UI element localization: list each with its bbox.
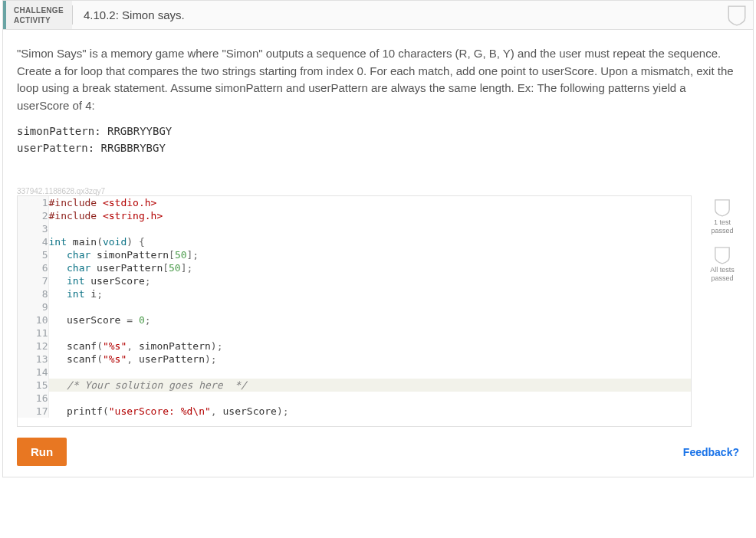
test-badges-sidebar: 1 test passed All tests passed — [705, 195, 739, 427]
challenge-activity-panel: CHALLENGE ACTIVITY 4.10.2: Simon says. "… — [2, 0, 754, 477]
gutter: 6 — [18, 261, 48, 274]
progress-shield — [721, 1, 753, 29]
gutter: 4 — [18, 235, 48, 248]
code-line[interactable]: 8 int i; — [18, 287, 691, 300]
shield-icon — [714, 246, 731, 264]
code-cell[interactable]: scanf("%s", userPattern); — [48, 353, 691, 366]
gutter: 2 — [18, 209, 48, 222]
code-cell[interactable]: int i; — [48, 287, 691, 300]
code-cell[interactable]: userScore = 0; — [48, 313, 691, 326]
code-line[interactable]: 9 — [18, 300, 691, 313]
code-line[interactable]: 14 — [18, 366, 691, 379]
gutter: 11 — [18, 326, 48, 340]
gutter: 7 — [18, 274, 48, 287]
example-patterns: simonPattern: RRGBRYYBGY userPattern: RR… — [3, 117, 753, 187]
gutter: 9 — [18, 300, 48, 313]
gutter: 10 — [18, 313, 48, 326]
code-cell[interactable]: int main(void) { — [48, 235, 691, 248]
gutter: 14 — [18, 366, 48, 379]
code-editor[interactable]: 1#include <stdio.h>2#include <string.h>3… — [17, 195, 692, 427]
badge-all-tests: All tests passed — [705, 246, 739, 283]
gutter: 3 — [18, 222, 48, 235]
badge-one-test: 1 test passed — [705, 198, 739, 235]
code-line[interactable]: 15 /* Your solution goes here */ — [18, 379, 691, 392]
footer: Run Feedback? — [3, 427, 753, 477]
code-cell[interactable]: #include <stdio.h> — [48, 196, 691, 209]
gutter: 16 — [18, 392, 48, 405]
hash-id: 337942.1188628.qx3zqy7 — [3, 187, 753, 195]
code-line[interactable]: 17 printf("userScore: %d\n", userScore); — [18, 405, 691, 418]
code-line[interactable]: 11 — [18, 326, 691, 340]
gutter: 5 — [18, 248, 48, 261]
code-table: 1#include <stdio.h>2#include <string.h>3… — [18, 196, 691, 418]
code-editor-scroll[interactable]: 1#include <stdio.h>2#include <string.h>3… — [18, 196, 691, 426]
code-line[interactable]: 13 scanf("%s", userPattern); — [18, 353, 691, 366]
code-cell[interactable]: char simonPattern[50]; — [48, 248, 691, 261]
code-line[interactable]: 1#include <stdio.h> — [18, 196, 691, 209]
gutter: 1 — [18, 196, 48, 209]
code-cell[interactable] — [48, 366, 691, 379]
code-line[interactable]: 12 scanf("%s", simonPattern); — [18, 340, 691, 353]
code-cell[interactable] — [48, 300, 691, 313]
editor-row: 1#include <stdio.h>2#include <string.h>3… — [3, 195, 753, 427]
challenge-tag-line2: ACTIVITY — [14, 15, 64, 25]
code-cell[interactable]: printf("userScore: %d\n", userScore); — [48, 405, 691, 418]
code-line[interactable]: 10 userScore = 0; — [18, 313, 691, 326]
code-line[interactable]: 5 char simonPattern[50]; — [18, 248, 691, 261]
code-line[interactable]: 6 char userPattern[50]; — [18, 261, 691, 274]
run-button[interactable]: Run — [17, 438, 67, 466]
badge-label: All tests passed — [705, 266, 739, 283]
shield-icon — [727, 5, 747, 26]
challenge-tag: CHALLENGE ACTIVITY — [3, 1, 72, 29]
feedback-link[interactable]: Feedback? — [683, 446, 739, 458]
gutter: 15 — [18, 379, 48, 392]
code-line[interactable]: 16 — [18, 392, 691, 405]
gutter: 17 — [18, 405, 48, 418]
pattern-line-2: userPattern: RRGBBRYBGY — [17, 140, 739, 157]
pattern-line-1: simonPattern: RRGBRYYBGY — [17, 123, 739, 140]
badge-label: 1 test passed — [705, 218, 739, 235]
code-cell[interactable] — [48, 392, 691, 405]
code-cell[interactable]: #include <string.h> — [48, 209, 691, 222]
page-title: 4.10.2: Simon says. — [73, 1, 196, 29]
challenge-tag-line1: CHALLENGE — [14, 5, 64, 15]
code-cell[interactable]: char userPattern[50]; — [48, 261, 691, 274]
shield-icon — [714, 198, 731, 217]
code-cell[interactable]: scanf("%s", simonPattern); — [48, 340, 691, 353]
gutter: 8 — [18, 287, 48, 300]
code-cell[interactable] — [48, 222, 691, 235]
code-cell[interactable] — [48, 326, 691, 340]
code-line[interactable]: 3 — [18, 222, 691, 235]
problem-description: "Simon Says" is a memory game where "Sim… — [3, 30, 753, 117]
gutter: 12 — [18, 340, 48, 353]
code-cell[interactable]: /* Your solution goes here */ — [48, 379, 691, 392]
code-cell[interactable]: int userScore; — [48, 274, 691, 287]
header: CHALLENGE ACTIVITY 4.10.2: Simon says. — [3, 1, 753, 30]
gutter: 13 — [18, 353, 48, 366]
code-line[interactable]: 7 int userScore; — [18, 274, 691, 287]
code-line[interactable]: 2#include <string.h> — [18, 209, 691, 222]
code-line[interactable]: 4int main(void) { — [18, 235, 691, 248]
